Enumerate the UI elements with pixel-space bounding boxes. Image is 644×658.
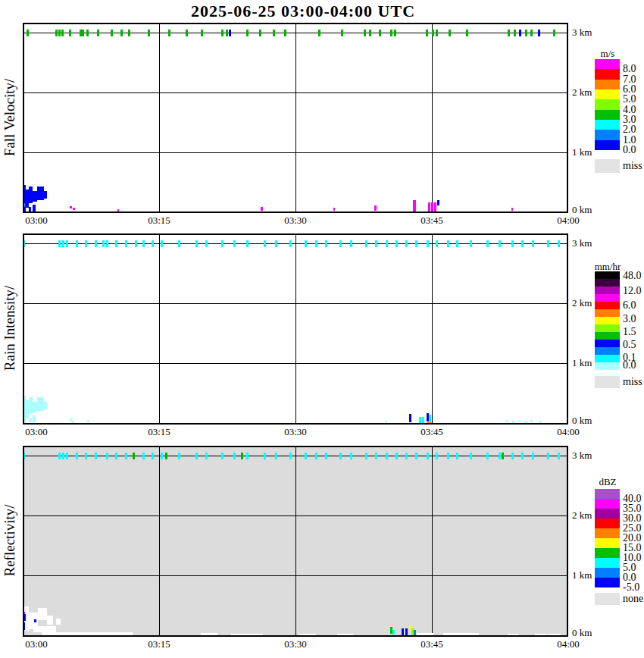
data-tick xyxy=(152,453,154,459)
vgridline xyxy=(432,235,433,423)
data-tick xyxy=(142,453,145,459)
colorbar-swatch xyxy=(595,279,620,287)
data-tick xyxy=(456,453,458,459)
data-tick xyxy=(111,30,113,36)
axis-label-rain-intensity: Rain Intensity/ xyxy=(2,279,18,378)
data-tick xyxy=(553,30,555,36)
height-tick-label: 2 km xyxy=(572,297,592,309)
data-tick xyxy=(289,240,292,247)
colorbar-missing-label: miss xyxy=(623,160,642,172)
data-mark xyxy=(231,634,263,637)
colorbar-missing-label: miss xyxy=(623,376,642,388)
data-mark xyxy=(392,630,395,634)
time-tick-label: 03:00 xyxy=(25,215,48,227)
colorbar-swatch xyxy=(595,271,620,279)
data-tick xyxy=(405,240,408,247)
data-tick xyxy=(499,240,501,247)
page-title: 2025-06-25 03:00-04:00 UTC xyxy=(23,2,583,21)
height-tick-label: 1 km xyxy=(572,569,592,581)
data-tick xyxy=(178,453,180,459)
time-tick-label: 04:00 xyxy=(557,215,580,227)
data-tick xyxy=(69,30,71,36)
colorbar-missing-swatch xyxy=(595,159,620,173)
data-tick xyxy=(436,30,438,36)
data-tick xyxy=(436,453,438,459)
colorbar-title-fall-velocity: m/s xyxy=(583,48,632,60)
data-tick xyxy=(273,30,275,36)
data-tick xyxy=(120,30,123,36)
colorbar-swatch xyxy=(595,120,620,130)
data-mark xyxy=(414,630,416,635)
data-tick xyxy=(264,240,266,247)
data-tick xyxy=(128,30,130,36)
data-tick xyxy=(395,240,398,247)
time-tick-label: 03:15 xyxy=(148,426,170,438)
data-tick xyxy=(221,240,224,247)
data-tick xyxy=(449,30,451,36)
data-tick xyxy=(23,240,25,247)
data-mark xyxy=(417,633,433,637)
data-tick xyxy=(241,453,243,459)
data-tick xyxy=(547,240,549,247)
data-tick xyxy=(405,453,408,459)
data-tick xyxy=(66,453,68,459)
data-tick xyxy=(233,453,236,459)
data-mark xyxy=(44,402,47,409)
colorbar-swatch xyxy=(595,324,620,332)
time-tick-label: 03:30 xyxy=(284,638,307,650)
time-tick-label: 03:45 xyxy=(420,638,443,650)
colorbar-swatch xyxy=(595,294,620,302)
vgridline xyxy=(159,24,160,212)
data-tick xyxy=(115,240,117,247)
data-tick xyxy=(246,240,249,247)
data-mark xyxy=(261,207,263,211)
data-tick xyxy=(58,453,61,459)
data-tick xyxy=(226,30,228,36)
data-tick xyxy=(62,240,64,247)
data-tick xyxy=(102,240,105,247)
data-tick xyxy=(76,240,78,247)
data-tick xyxy=(85,453,87,459)
time-tick-label: 03:15 xyxy=(148,638,170,650)
data-tick xyxy=(375,453,377,459)
data-tick xyxy=(86,30,89,36)
data-tick xyxy=(511,453,514,459)
data-tick xyxy=(23,453,25,459)
data-tick xyxy=(259,30,261,36)
data-tick xyxy=(106,240,108,247)
data-mark xyxy=(409,414,411,422)
data-tick xyxy=(486,240,489,247)
vgridline xyxy=(432,447,433,635)
data-tick xyxy=(395,453,398,459)
data-mark xyxy=(512,421,514,423)
colorbar-missing-label: none xyxy=(623,593,643,605)
time-tick-label: 03:00 xyxy=(25,426,48,438)
time-tick-label: 04:00 xyxy=(557,638,580,650)
colorbar-rain-intensity xyxy=(595,271,620,370)
data-mark xyxy=(37,397,44,411)
colorbar-tick-label: 0.0 xyxy=(623,359,636,371)
data-tick xyxy=(350,240,352,247)
data-tick xyxy=(95,453,97,459)
data-tick xyxy=(365,453,367,459)
data-tick xyxy=(115,453,117,459)
data-tick xyxy=(547,453,549,459)
data-tick xyxy=(195,453,198,459)
data-mark xyxy=(419,417,421,423)
time-tick-label: 04:00 xyxy=(557,426,580,438)
data-tick xyxy=(375,240,377,247)
data-mark xyxy=(117,209,119,212)
colorbar-missing-swatch xyxy=(595,376,620,388)
data-tick xyxy=(142,240,145,247)
data-mark xyxy=(34,619,36,622)
data-tick xyxy=(233,240,236,247)
data-tick xyxy=(76,453,78,459)
data-tick xyxy=(502,453,504,459)
colorbar-tick-label: 48.0 xyxy=(623,270,642,282)
data-mark xyxy=(385,421,387,423)
colorbar-swatch xyxy=(595,302,620,309)
data-tick xyxy=(427,240,429,247)
time-tick-label: 03:30 xyxy=(284,215,307,227)
data-mark xyxy=(33,626,56,632)
data-mark xyxy=(402,628,404,635)
